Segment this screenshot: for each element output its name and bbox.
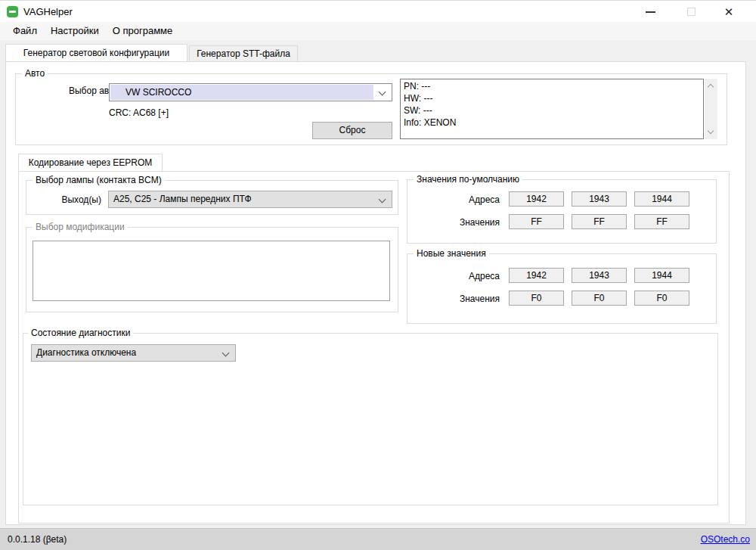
crc-label: CRC: AC68 [+] bbox=[109, 107, 169, 118]
tab-light-config-generator[interactable]: Генератор световой конфигурации bbox=[5, 44, 187, 61]
new-value-2[interactable]: F0 bbox=[572, 291, 627, 306]
chevron-down-icon bbox=[379, 196, 386, 204]
scroll-down-icon[interactable] bbox=[708, 128, 714, 134]
car-select-value: VW SCIROCCO bbox=[110, 85, 373, 100]
auto-groupbox: Авто Выбор авто VW SCIROCCO CRC: AC68 [+… bbox=[15, 73, 727, 145]
new-address-3[interactable]: 1944 bbox=[634, 268, 689, 283]
default-address-2[interactable]: 1943 bbox=[572, 191, 627, 207]
default-address-3[interactable]: 1944 bbox=[634, 191, 689, 207]
tab-coding-eeprom[interactable]: Кодирование через EEPROM bbox=[18, 154, 163, 171]
chevron-down-icon bbox=[379, 89, 386, 96]
output-label: Выход(ы) bbox=[23, 194, 101, 205]
new-address-1[interactable]: 1942 bbox=[509, 268, 564, 283]
version-label: 0.0.1.18 (βeta) bbox=[8, 534, 67, 545]
minimize-button[interactable] bbox=[633, 1, 668, 23]
window-title: VAGHelper bbox=[23, 6, 73, 17]
close-button[interactable]: ✕ bbox=[711, 1, 746, 23]
car-select-label: Выбор авто bbox=[12, 85, 118, 96]
menu-settings[interactable]: Настройки bbox=[44, 22, 106, 40]
info-line-info: Info: XENON bbox=[404, 117, 700, 129]
modification-listbox[interactable] bbox=[33, 241, 390, 301]
maximize-button[interactable] bbox=[674, 1, 708, 23]
new-values-groupbox: Новые значения Адреса 1942 1943 1944 Зна… bbox=[407, 253, 717, 324]
default-values-label: Значения bbox=[415, 217, 500, 228]
diagnostics-state-combobox[interactable]: Диагностика отключена bbox=[31, 344, 236, 362]
auto-group-title: Авто bbox=[22, 68, 48, 79]
default-address-1[interactable]: 1942 bbox=[509, 191, 564, 207]
default-values-title: Значения по-умолчанию bbox=[414, 174, 522, 185]
new-value-3[interactable]: F0 bbox=[634, 291, 689, 306]
lamp-select-groupbox: Выбор лампы (контакта BCM) Выход(ы) A25,… bbox=[26, 180, 398, 215]
app-logo-icon bbox=[7, 6, 18, 17]
new-value-1[interactable]: F0 bbox=[509, 291, 564, 306]
modification-group-title: Выбор модификации bbox=[33, 222, 128, 232]
output-value: A25, C25 - Лампы передних ПТФ bbox=[113, 194, 252, 204]
info-line-sw: SW: --- bbox=[404, 104, 700, 117]
info-line-hw: HW: --- bbox=[404, 92, 700, 104]
diagnostics-groupbox: Состояние диагностики Диагностика отключ… bbox=[23, 333, 718, 505]
menu-bar: Файл Настройки О программе bbox=[0, 22, 756, 40]
reset-button[interactable]: Сброс bbox=[312, 122, 392, 139]
title-bar: VAGHelper ✕ bbox=[0, 0, 756, 22]
menu-about[interactable]: О программе bbox=[106, 22, 180, 40]
chevron-down-icon bbox=[222, 350, 230, 357]
modification-groupbox: Выбор модификации bbox=[26, 227, 398, 312]
info-scrollbar[interactable] bbox=[705, 79, 717, 139]
new-values-label: Значения bbox=[415, 294, 500, 304]
info-line-pn: PN: --- bbox=[404, 80, 700, 92]
default-values-groupbox: Значения по-умолчанию Адреса 1942 1943 1… bbox=[407, 179, 717, 244]
diagnostics-state-value: Диагностика отключена bbox=[36, 347, 136, 358]
maximize-icon bbox=[687, 8, 696, 16]
tab-stt-file-generator[interactable]: Генератор STT-файла bbox=[189, 45, 298, 61]
new-address-2[interactable]: 1943 bbox=[572, 268, 627, 283]
close-icon: ✕ bbox=[724, 6, 734, 17]
diagnostics-group-title: Состояние диагностики bbox=[28, 328, 133, 338]
menu-file[interactable]: Файл bbox=[6, 22, 44, 40]
minimize-icon bbox=[646, 11, 655, 13]
lamp-group-title: Выбор лампы (контакта BCM) bbox=[33, 175, 165, 185]
status-bar: 0.0.1.18 (βeta) OSOtech.co bbox=[0, 528, 756, 550]
osotech-link[interactable]: OSOtech.co bbox=[701, 534, 750, 545]
ecu-info-textbox[interactable]: PN: --- HW: --- SW: --- Info: XENON bbox=[400, 79, 704, 139]
new-values-title: Новые значения bbox=[414, 248, 489, 259]
car-select-combobox[interactable]: VW SCIROCCO bbox=[109, 83, 392, 101]
default-value-1[interactable]: FF bbox=[509, 214, 564, 229]
output-combobox[interactable]: A25, C25 - Лампы передних ПТФ bbox=[108, 191, 392, 208]
default-value-2[interactable]: FF bbox=[572, 214, 627, 229]
scroll-up-icon[interactable] bbox=[708, 84, 714, 90]
new-addresses-label: Адреса bbox=[415, 271, 500, 281]
default-addresses-label: Адреса bbox=[415, 194, 500, 205]
default-value-3[interactable]: FF bbox=[634, 214, 689, 229]
